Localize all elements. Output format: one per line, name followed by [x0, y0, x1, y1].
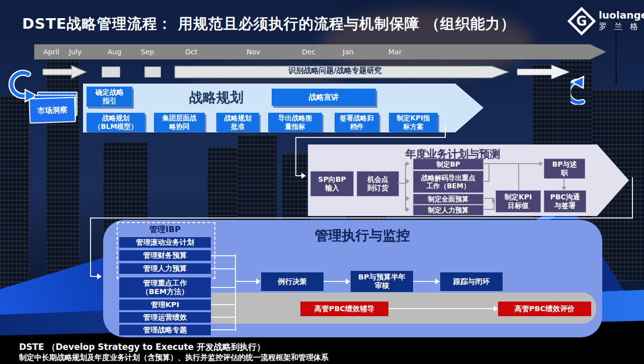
strategy-step: 战略规划 （BLM模型）: [87, 113, 145, 132]
connector-line: [518, 164, 519, 190]
page-title: DSTE战略管理流程： 用规范且必须执行的流程与机制保障 （组织能力）: [22, 14, 555, 34]
connector-line: [295, 175, 301, 176]
connector-line: [632, 177, 633, 219]
connector-line: [235, 281, 257, 282]
market-insight-label-box: 市场洞察: [29, 97, 76, 123]
connector-arrow: [539, 161, 543, 166]
connector-line: [90, 217, 91, 277]
cycle-arrow-right-icon: [571, 74, 602, 105]
strategy-title: 战略规划: [171, 89, 262, 107]
flow-step: 例行决策: [261, 272, 324, 291]
connector-arrow: [494, 306, 498, 312]
strategy-step: 签署战略归 档件: [335, 113, 379, 132]
flow-step: BP与预算半年 审核: [351, 271, 413, 292]
connector-arrow: [435, 278, 440, 284]
connector-line: [564, 178, 565, 187]
connector-arrow: [492, 198, 496, 203]
connector-line: [324, 281, 347, 282]
annual-step-make-bp: 制定BP: [413, 159, 484, 170]
connector-arrow: [256, 278, 261, 284]
connector-arrow: [301, 173, 306, 179]
pbc-eval-label: 高管PBC绩效评价: [515, 304, 575, 314]
small-arrow-right-icon: [42, 64, 89, 80]
strategy-step-guide: 确定战略 指引: [87, 87, 132, 107]
annual-step-decode: 战略解码导出重点 工作（BEM）: [413, 171, 484, 193]
logo-name-cn: 罗 兰 格: [599, 22, 640, 32]
connector-line: [413, 281, 436, 282]
connector-line: [398, 183, 405, 184]
connector-line: [90, 276, 97, 277]
timeline-month: July: [69, 48, 82, 56]
connector-line: [211, 255, 235, 256]
exec-item: 管理财务预算: [119, 250, 211, 261]
svg-text:G: G: [576, 14, 587, 29]
timeline-month: Mar: [388, 48, 401, 56]
connector-line: [489, 163, 490, 182]
slide: DSTE战略管理流程： 用规范且必须执行的流程与机制保障 （组织能力） G lu…: [0, 0, 644, 364]
timeline-month: Nov: [247, 48, 260, 56]
exec-item: 管理战略专题: [119, 325, 211, 335]
exec-item: 管理滚动业务计划: [119, 237, 211, 248]
timeline-month: Dec: [302, 48, 315, 56]
research-arrow-label: 识别战略问题/战略专题研究: [174, 66, 496, 76]
connector-line: [211, 329, 235, 330]
timeline-block: [144, 66, 161, 78]
connector-arrow: [406, 161, 410, 166]
timeline-bar: April July Aug Sep Oct Nov Dec Jan Mar: [34, 44, 590, 59]
connector-arrow: [561, 187, 567, 190]
exec-item: 管理人力预算: [119, 263, 211, 274]
strategy-step: 战略规划 批准: [216, 113, 259, 132]
ibp-header: 管理IBP: [117, 225, 213, 235]
annual-step-kpi-target: 制定KPI 目标值: [496, 190, 541, 212]
exec-item: 管理运营绩效: [119, 312, 211, 323]
annual-step-pbc-sign: PBC沟通 与签署: [544, 190, 586, 212]
timeline-month: April: [43, 48, 59, 56]
connector-line: [405, 163, 406, 210]
connector-line: [211, 317, 235, 318]
pbc-eval-box: 高管PBC绩效评价: [498, 302, 591, 316]
annual-step-sp-input: SP向BP 输入: [310, 171, 354, 196]
connector-line: [235, 254, 236, 331]
pbc-coach-label: 高管PBC绩效辅导: [314, 304, 374, 314]
annual-step-budget-hr: 制定人力预算: [413, 205, 484, 215]
connector-arrow: [97, 273, 102, 279]
pbc-coach-box: 高管PBC绩效辅导: [300, 302, 388, 316]
logo: G luolanger 罗 兰 格: [568, 5, 643, 38]
footer-line1: DSTE （Develop Strategy to Execute 开发战略到执…: [19, 341, 265, 353]
strategy-step-preach: 战略宣讲: [272, 89, 376, 106]
execution-title: 管理执行与监控: [302, 227, 423, 245]
annual-step-bp-report: BP与述 职: [544, 159, 585, 179]
logo-diamond-icon: G: [568, 7, 596, 35]
connector-line: [445, 126, 446, 138]
timeline-month: Sep: [141, 48, 154, 56]
exec-item: 管理重点工作 （BEM方法）: [119, 277, 211, 298]
connector-line: [295, 137, 296, 176]
logo-name-en: luolanger: [599, 9, 644, 21]
connector-line: [211, 268, 235, 269]
timeline-month: Jan: [343, 48, 354, 56]
flow-step: 跟踪与闭环: [440, 272, 503, 291]
timeline-month: Oct: [185, 48, 197, 56]
connector-line: [211, 304, 235, 305]
strategy-step: 导出战略衡 量指标: [268, 113, 322, 132]
timeline-arrow-tip: [590, 44, 606, 59]
strategy-step: 集团层面战 略协同: [154, 113, 205, 132]
annual-step-budget-full: 制定全面预算: [413, 194, 484, 204]
connector-arrow: [406, 207, 410, 212]
exec-item: 管理KPI: [119, 300, 211, 310]
footer-line2: 制定中长期战略规划及年度业务计划（含预算）、执行并监控评估的统一流程框架和管理体…: [19, 353, 329, 362]
small-arrow-right-icon: [516, 63, 572, 81]
connector-line: [295, 137, 446, 138]
connector-arrow: [406, 196, 410, 201]
annual-step-opportunity: 机会点 到订货: [357, 171, 399, 196]
market-insight-card: 市场洞察: [28, 90, 78, 123]
connector-line: [90, 217, 633, 219]
connector-line: [482, 163, 539, 164]
connector-line: [388, 308, 495, 309]
connector-line: [211, 287, 235, 288]
connector-line: [484, 209, 494, 210]
connector-arrow: [346, 278, 350, 284]
timeline-block: [102, 66, 120, 78]
strategy-step: 制定KPI指 标方案: [389, 113, 438, 132]
market-insight-label: 市场洞察: [37, 105, 68, 115]
